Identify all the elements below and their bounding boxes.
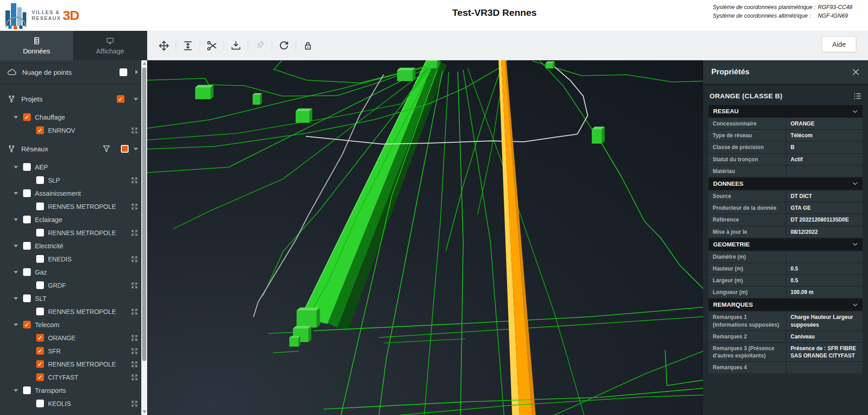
tree-section-r-seaux[interactable]: Réseaux <box>0 142 147 155</box>
tree-item-rennes-metropole[interactable]: ✓RENNES METROPOLE <box>0 357 147 371</box>
layer-color-swatch[interactable] <box>121 145 129 153</box>
network-chamber-box[interactable] <box>253 93 262 105</box>
network-chamber-box[interactable] <box>427 60 440 68</box>
network-chamber-box[interactable] <box>397 68 416 81</box>
layer-checkbox[interactable]: ✓ <box>36 334 44 342</box>
tree-item-orange[interactable]: ✓ORANGE <box>0 331 147 344</box>
network-segment-face[interactable] <box>337 62 447 332</box>
tree-item-rennes-metropole[interactable]: RENNES METROPOLE <box>0 305 147 318</box>
tree-item-rennes-metropole[interactable]: RENNES METROPOLE <box>0 200 147 213</box>
layer-checkbox[interactable] <box>23 268 31 276</box>
layer-checkbox[interactable]: ✓ <box>36 347 44 355</box>
property-section-remarques[interactable]: REMARQUES <box>709 299 863 311</box>
chevron-down-icon[interactable] <box>134 98 138 101</box>
network-line[interactable] <box>379 317 703 338</box>
measure-vertical-button[interactable] <box>178 36 197 56</box>
chevron-down-icon[interactable] <box>14 192 18 195</box>
help-button[interactable]: Aide <box>822 36 856 52</box>
layer-checkbox[interactable] <box>36 255 44 263</box>
tab-donnees[interactable]: Données <box>0 31 74 60</box>
network-line[interactable] <box>147 67 426 128</box>
tree-item-aep[interactable]: AEP <box>0 160 147 174</box>
download-button[interactable] <box>226 36 245 56</box>
layer-checkbox[interactable] <box>36 400 44 407</box>
zoom-to-layer-button[interactable] <box>131 308 138 315</box>
layer-checkbox[interactable]: ✓ <box>36 360 44 368</box>
tree-item-transports[interactable]: Transports <box>0 384 147 397</box>
tree-item-assainissement[interactable]: Assainissement <box>0 187 147 200</box>
network-chamber-box[interactable] <box>296 109 312 123</box>
layer-checkbox[interactable]: ✓ <box>117 95 125 103</box>
tree-item-electricit[interactable]: Electricité <box>0 239 147 252</box>
network-line[interactable] <box>458 72 463 415</box>
network-line[interactable] <box>463 70 504 415</box>
tab-affichage[interactable]: Affichage <box>74 31 148 60</box>
network-chamber-box[interactable] <box>592 127 605 144</box>
chevron-down-icon[interactable] <box>14 116 18 119</box>
property-section-geometrie[interactable]: GEOMETRIE <box>709 238 863 251</box>
tree-item-slt[interactable]: SLT <box>0 292 147 305</box>
network-segment-face[interactable] <box>327 60 441 328</box>
chevron-down-icon[interactable] <box>14 271 18 274</box>
layer-checkbox[interactable] <box>23 216 31 223</box>
tree-item-keolis[interactable]: KEOLIS <box>0 397 147 410</box>
zoom-to-layer-button[interactable] <box>131 361 138 368</box>
network-line[interactable] <box>533 61 703 82</box>
layer-checkbox[interactable]: ✓ <box>23 113 31 121</box>
tree-item-sfr[interactable]: ✓SFR <box>0 344 147 357</box>
network-line[interactable] <box>602 144 703 289</box>
layer-checkbox[interactable] <box>36 308 44 315</box>
property-section-reseau[interactable]: RESEAU <box>709 105 863 117</box>
pointcloud-row[interactable]: Nuage de points <box>0 60 147 84</box>
zoom-to-layer-button[interactable] <box>131 400 138 407</box>
tree-item-eclairage[interactable]: Eclairage <box>0 213 147 226</box>
filter-icon[interactable] <box>102 145 110 153</box>
network-line[interactable] <box>401 395 703 415</box>
network-line[interactable] <box>555 351 703 415</box>
tree-item-rennes-metropole[interactable]: RENNES METROPOLE <box>0 226 147 239</box>
list-icon[interactable] <box>854 92 862 100</box>
viewport-3d[interactable] <box>147 60 703 415</box>
chevron-down-icon[interactable] <box>14 166 18 169</box>
network-chamber-box[interactable] <box>195 85 214 99</box>
network-line[interactable] <box>665 350 703 386</box>
close-icon[interactable] <box>852 68 860 76</box>
network-line[interactable] <box>147 78 337 96</box>
network-chamber-box[interactable] <box>297 308 320 328</box>
zoom-to-layer-button[interactable] <box>131 334 138 342</box>
network-line[interactable] <box>424 72 449 415</box>
scrollbar-down-arrow[interactable] <box>141 409 147 415</box>
network-line[interactable] <box>540 61 592 129</box>
scrollbar-thumb[interactable] <box>142 68 146 361</box>
chevron-right-icon[interactable] <box>135 70 138 74</box>
chevron-down-icon[interactable] <box>134 148 138 150</box>
tree-item-gaz[interactable]: Gaz <box>0 265 147 279</box>
tree-item-cityfast[interactable]: ✓CITYFAST <box>0 371 147 384</box>
zoom-to-layer-button[interactable] <box>131 256 138 263</box>
sidebar-scrollbar[interactable] <box>141 60 147 415</box>
chevron-down-icon[interactable] <box>14 323 18 326</box>
zoom-to-layer-button[interactable] <box>131 203 138 210</box>
chevron-down-icon[interactable] <box>14 245 18 247</box>
zoom-to-layer-button[interactable] <box>131 347 138 355</box>
layer-checkbox[interactable] <box>23 242 31 250</box>
layer-checkbox[interactable] <box>23 189 31 197</box>
refresh-button[interactable] <box>274 36 293 56</box>
lock-button[interactable] <box>298 36 317 56</box>
tree-item-enedis[interactable]: ENEDIS <box>0 252 147 265</box>
layer-checkbox[interactable] <box>23 294 31 302</box>
scrollbar-up-arrow[interactable] <box>141 60 147 67</box>
layer-checkbox[interactable] <box>23 163 31 171</box>
tree-section-projets[interactable]: Projets✓ <box>0 92 147 106</box>
tree-item-grdf[interactable]: GRDF <box>0 279 147 292</box>
chevron-down-icon[interactable] <box>14 218 18 221</box>
zoom-to-layer-button[interactable] <box>131 127 138 134</box>
zoom-to-layer-button[interactable] <box>131 374 138 381</box>
zoom-to-layer-button[interactable] <box>131 282 138 289</box>
cut-button[interactable] <box>202 36 221 56</box>
network-segment-face[interactable] <box>300 60 434 324</box>
property-section-donnees[interactable]: DONNEES <box>709 178 863 190</box>
tree-item-enrnov[interactable]: ✓ENRNOV <box>0 124 147 137</box>
layer-checkbox[interactable]: ✓ <box>36 373 44 381</box>
tree-item-chauffage[interactable]: ✓Chauffage <box>0 111 147 124</box>
